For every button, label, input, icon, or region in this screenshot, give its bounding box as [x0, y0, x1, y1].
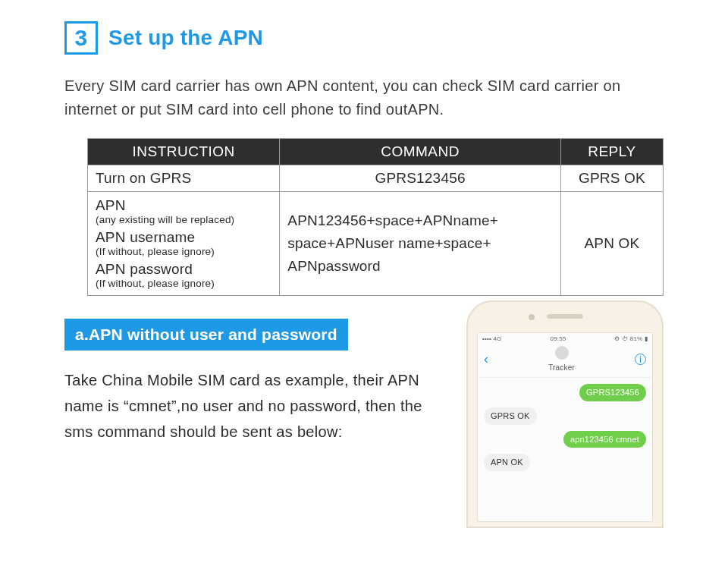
- message-outgoing: GPRS123456: [579, 384, 646, 401]
- cell-instruction: Turn on GPRS: [88, 165, 280, 192]
- message-nav: ‹ Tracker i: [478, 344, 652, 378]
- inst-pass: APN password: [96, 262, 271, 277]
- inst-pass-sub: (If without, please ignore): [96, 278, 271, 289]
- phone-screen: •••• 4G 09:55 ⚙ ⏱ 81% ▮ ‹ Tracker i GPRS…: [477, 332, 653, 522]
- phone-body: •••• 4G 09:55 ⚙ ⏱ 81% ▮ ‹ Tracker i GPRS…: [466, 300, 664, 528]
- subsection-header: a.APN without user and password: [64, 319, 348, 351]
- status-time: 09:55: [550, 335, 566, 342]
- inst-user: APN username: [96, 230, 271, 245]
- col-command: COMMAND: [280, 139, 561, 165]
- chat-title: Tracker: [548, 363, 575, 372]
- cell-reply: APN OK: [560, 192, 663, 296]
- message-list: GPRS123456 GPRS OK apn123456 cmnet APN O…: [478, 378, 652, 521]
- table-header-row: INSTRUCTION COMMAND REPLY: [88, 139, 664, 165]
- phone-illustration: •••• 4G 09:55 ⚙ ⏱ 81% ▮ ‹ Tracker i GPRS…: [455, 300, 675, 528]
- inst-apn-sub: (any existing will be replaced): [96, 215, 271, 225]
- inst-apn: APN: [96, 198, 271, 213]
- message-incoming: GPRS OK: [484, 407, 537, 425]
- step-header: 3 Set up the APN: [64, 21, 675, 55]
- step-title: Set up the APN: [108, 26, 263, 50]
- intro-paragraph: Every SIM card carrier has own APN conte…: [64, 74, 675, 121]
- step-number-box: 3: [64, 21, 98, 55]
- apn-command-table: INSTRUCTION COMMAND REPLY Turn on GPRS G…: [87, 138, 664, 296]
- cell-command: APN123456+space+APNname+ space+APNuser n…: [280, 192, 561, 296]
- cmd-line: APNpassword: [287, 255, 553, 278]
- message-outgoing: apn123456 cmnet: [563, 431, 646, 448]
- chat-title-wrap: Tracker: [548, 346, 575, 373]
- cmd-line: space+APNuser name+space+: [287, 232, 553, 255]
- status-battery: ⚙ ⏱ 81% ▮: [614, 335, 648, 342]
- table-row: APN (any existing will be replaced) APN …: [88, 192, 664, 296]
- inst-user-sub: (If without, please ignore): [96, 247, 271, 257]
- cell-instruction: APN (any existing will be replaced) APN …: [88, 192, 280, 296]
- info-icon[interactable]: i: [635, 354, 646, 365]
- avatar-icon: [555, 346, 569, 360]
- step-number: 3: [75, 25, 88, 51]
- message-incoming: APN OK: [484, 454, 530, 471]
- col-reply: REPLY: [560, 139, 663, 165]
- cmd-line: APN123456+space+APNname+: [287, 209, 553, 232]
- status-bar: •••• 4G 09:55 ⚙ ⏱ 81% ▮: [478, 333, 652, 344]
- cell-reply: GPRS OK: [560, 165, 663, 192]
- cell-command: GPRS123456: [280, 165, 561, 192]
- status-carrier: 4G: [493, 335, 501, 342]
- status-signal: •••• 4G: [482, 335, 502, 342]
- back-icon[interactable]: ‹: [484, 351, 488, 367]
- subsection-description: Take China Mobile SIM card as example, t…: [64, 367, 432, 445]
- table-row: Turn on GPRS GPRS123456 GPRS OK: [88, 165, 664, 192]
- col-instruction: INSTRUCTION: [88, 139, 280, 165]
- status-battery-pct: 81%: [630, 335, 643, 342]
